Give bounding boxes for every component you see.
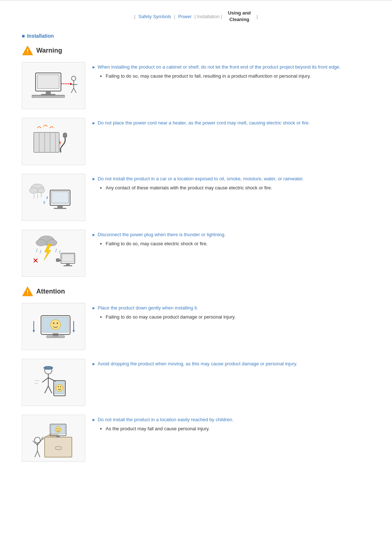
svg-point-52 xyxy=(50,320,61,330)
svg-rect-26 xyxy=(54,208,66,209)
warning-icon: ! xyxy=(22,45,33,56)
warning-text-4: Disconnect the power plug when there is … xyxy=(93,230,370,249)
svg-line-90 xyxy=(35,451,37,457)
warning-main-2: Do not place the power cord near a heate… xyxy=(93,120,370,126)
nav-power[interactable]: Power xyxy=(178,14,192,19)
section-title: Installation xyxy=(27,33,54,39)
warning-image-1 xyxy=(22,62,85,109)
attention-svg-1 xyxy=(28,307,79,346)
svg-marker-56 xyxy=(33,330,35,333)
svg-line-36 xyxy=(56,249,57,252)
warning-sub-item-1-0: Failing to do so, may cause the product … xyxy=(106,73,370,80)
nav-current: Using and Cleaning xyxy=(228,10,251,23)
warning-block-1: When installing the product on a cabinet… xyxy=(22,62,370,109)
svg-rect-41 xyxy=(64,265,72,266)
attention-sub-3: As the product may fall and cause person… xyxy=(106,425,370,432)
svg-rect-7 xyxy=(32,95,65,98)
svg-line-65 xyxy=(45,386,48,393)
attention-text-3: Do not install the product in a location… xyxy=(93,415,370,434)
nav-sep-3: | Installation | xyxy=(195,14,222,19)
warning-svg-4 xyxy=(28,233,79,273)
svg-rect-25 xyxy=(57,205,63,208)
svg-point-29 xyxy=(37,188,45,193)
warning-sub-item-3-0: Any contact of these materials with the … xyxy=(106,184,370,192)
svg-marker-58 xyxy=(73,330,75,333)
svg-marker-33 xyxy=(44,244,52,260)
svg-rect-61 xyxy=(45,366,52,369)
svg-point-71 xyxy=(60,386,61,387)
svg-line-34 xyxy=(36,249,37,252)
svg-line-91 xyxy=(37,451,40,457)
svg-point-85 xyxy=(34,437,40,443)
attention-text-2: Avoid dropping the product when moving, … xyxy=(93,359,370,369)
warning-text-1: When installing the product on a cabinet… xyxy=(93,62,370,81)
svg-rect-43 xyxy=(56,259,60,262)
warning-sub-item-4-0: Failing to do so, may cause electric sho… xyxy=(106,240,370,247)
warning-block-4: Disconnect the power plug when there is … xyxy=(22,230,370,277)
svg-line-14 xyxy=(74,88,76,93)
svg-line-35 xyxy=(40,250,41,254)
svg-rect-4 xyxy=(46,91,51,94)
svg-line-63 xyxy=(42,378,48,382)
warning-image-4 xyxy=(22,230,85,277)
svg-point-83 xyxy=(58,428,59,429)
warning-svg-1 xyxy=(28,66,79,106)
warning-svg-2 xyxy=(28,122,79,161)
svg-point-31 xyxy=(36,239,46,246)
attention-icon: ! xyxy=(22,286,33,297)
svg-rect-84 xyxy=(56,436,60,438)
svg-point-81 xyxy=(55,427,61,432)
section-icon: ■ xyxy=(22,33,25,39)
svg-point-70 xyxy=(58,386,59,387)
svg-rect-20 xyxy=(63,134,67,137)
warning-block-2: Do not place the power cord near a heate… xyxy=(22,118,370,165)
svg-text:!: ! xyxy=(26,48,28,54)
warning-image-3 xyxy=(22,174,85,221)
warning-main-3: Do not install the product in a car or a… xyxy=(93,176,370,181)
svg-rect-74 xyxy=(45,437,72,457)
nav-sep-2: | xyxy=(174,14,175,19)
attention-svg-2 xyxy=(28,362,79,402)
svg-rect-3 xyxy=(37,75,59,89)
attention-sub-item-3-0: As the product may fall and cause person… xyxy=(106,425,370,432)
attention-main-2: Avoid dropping the product when moving, … xyxy=(93,361,370,366)
attention-main-3: Do not install the product in a location… xyxy=(93,417,370,422)
attention-svg-3 xyxy=(28,418,79,458)
nav-sep-1: | xyxy=(134,14,135,19)
svg-line-66 xyxy=(48,386,52,393)
attention-image-3 xyxy=(22,415,85,462)
warning-header: ! Warning xyxy=(22,45,370,56)
warning-title: Warning xyxy=(36,47,62,54)
attention-header: ! Attention xyxy=(22,286,370,297)
warning-image-2 xyxy=(22,118,85,165)
attention-main-1: Place the product down gently when insta… xyxy=(93,305,370,311)
section-header: ■ Installation xyxy=(22,33,370,39)
navigation-bar: | Safety Symbols | Power | Installation … xyxy=(0,3,392,29)
warning-text-3: Do not install the product in a car or a… xyxy=(93,174,370,193)
page-content: ■ Installation ! Warning xyxy=(0,29,392,485)
warning-main-4: Disconnect the power plug when there is … xyxy=(93,232,370,237)
svg-point-54 xyxy=(57,323,58,324)
svg-line-13 xyxy=(71,88,74,93)
attention-image-2 xyxy=(22,359,85,406)
warning-block-3: Do not install the product in a car or a… xyxy=(22,174,370,221)
attention-sub-item-1-0: Failing to do so may cause product damag… xyxy=(106,313,370,321)
attention-block-2: Avoid dropping the product when moving, … xyxy=(22,359,370,406)
svg-line-37 xyxy=(59,250,60,254)
attention-block-3: Do not install the product in a location… xyxy=(22,415,370,462)
warning-main-1: When installing the product on a cabinet… xyxy=(93,64,370,70)
warning-sub-3: Any contact of these materials with the … xyxy=(106,184,370,192)
svg-point-69 xyxy=(56,384,63,391)
attention-section: ! Attention xyxy=(22,286,370,462)
svg-rect-39 xyxy=(62,254,74,262)
attention-title: Attention xyxy=(36,288,65,295)
svg-point-53 xyxy=(53,323,54,324)
attention-block-1: Place the product down gently when insta… xyxy=(22,303,370,350)
svg-text:!: ! xyxy=(26,289,28,295)
svg-rect-24 xyxy=(52,192,69,203)
warning-sub-1: Failing to do so, may cause the product … xyxy=(106,73,370,80)
attention-image-1 xyxy=(22,303,85,350)
warning-svg-3 xyxy=(28,177,79,217)
nav-safety-symbols[interactable]: Safety Symbols xyxy=(138,14,171,19)
svg-point-28 xyxy=(29,188,38,193)
